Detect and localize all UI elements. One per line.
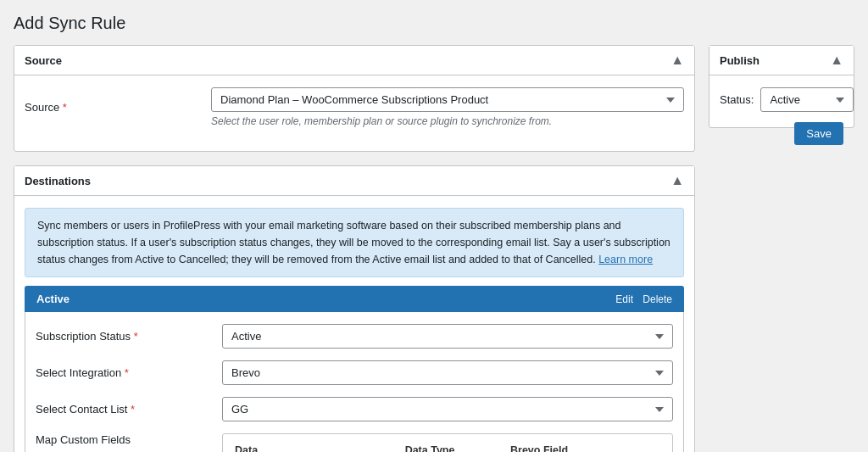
contact-list-select[interactable]: GG xyxy=(222,397,673,421)
custom-fields-container: Data Data Type Brevo Field xyxy=(222,433,673,452)
contact-list-label: Select Contact List * xyxy=(36,403,222,416)
integration-select[interactable]: Brevo xyxy=(222,360,673,385)
publish-toggle-icon[interactable]: ▲ xyxy=(830,53,843,68)
source-select[interactable]: Diamond Plan – WooCommerce Subscriptions… xyxy=(211,87,684,112)
publish-card: Publish ▲ Status: Active Save xyxy=(709,45,854,128)
destination-section: Active Edit Delete Subscription Status * xyxy=(25,286,684,452)
subscription-status-select[interactable]: Active xyxy=(222,324,673,349)
publish-card-title: Publish xyxy=(720,54,760,67)
source-card-header: Source ▲ xyxy=(14,46,694,75)
subscription-status-row: Subscription Status * Active xyxy=(36,324,673,349)
destinations-card-header: Destinations ▲ xyxy=(14,166,694,196)
learn-more-link[interactable]: Learn more xyxy=(598,254,653,265)
integration-label: Select Integration * xyxy=(36,366,222,379)
destinations-card-title: Destinations xyxy=(25,175,91,187)
contact-list-required: * xyxy=(131,403,135,416)
source-help-text: Select the user role, membership plan or… xyxy=(211,115,684,127)
source-field-label: Source * xyxy=(25,101,211,114)
destination-body: Subscription Status * Active xyxy=(25,312,684,452)
destination-header: Active Edit Delete xyxy=(25,286,684,312)
destination-delete-link[interactable]: Delete xyxy=(643,293,672,305)
map-custom-fields-label: Map Custom Fields xyxy=(36,433,222,446)
destinations-card: Destinations ▲ Sync members or users in … xyxy=(14,165,695,452)
source-card-title: Source xyxy=(25,54,62,67)
col-type-header: Data Type xyxy=(405,444,502,452)
source-card-body: Source * Diamond Plan – WooCommerce Subs… xyxy=(14,75,694,151)
col-field-header: Brevo Field xyxy=(510,444,632,452)
destinations-info-box: Sync members or users in ProfilePress wi… xyxy=(25,208,684,277)
save-button[interactable]: Save xyxy=(794,122,843,145)
map-custom-fields-row: Map Custom Fields Data Data Type Brevo F… xyxy=(36,433,673,452)
source-card: Source ▲ Source * Diamond Plan – WooComm… xyxy=(14,45,695,152)
destination-edit-link[interactable]: Edit xyxy=(615,293,633,305)
status-row: Status: Active xyxy=(720,87,843,112)
destinations-card-body: Sync members or users in ProfilePress wi… xyxy=(14,196,694,452)
destinations-toggle-icon[interactable]: ▲ xyxy=(670,173,684,188)
source-required-marker: * xyxy=(63,101,67,114)
col-data-header: Data xyxy=(235,444,397,452)
subscription-status-field: Active xyxy=(222,324,673,349)
contact-list-field: GG xyxy=(222,397,673,421)
publish-card-header: Publish ▲ xyxy=(709,46,854,75)
subscription-required: * xyxy=(134,330,138,343)
publish-sidebar: Publish ▲ Status: Active Save xyxy=(709,45,854,145)
subscription-status-label: Subscription Status * xyxy=(36,330,222,343)
integration-field: Brevo xyxy=(222,360,673,385)
status-label: Status: xyxy=(720,93,754,106)
custom-fields-area: Data Data Type Brevo Field xyxy=(222,433,673,452)
source-field: Diamond Plan – WooCommerce Subscriptions… xyxy=(211,87,684,127)
publish-card-body: Status: Active Save xyxy=(709,75,854,127)
custom-fields-header: Data Data Type Brevo Field xyxy=(233,444,662,452)
status-select[interactable]: Active xyxy=(760,87,854,112)
destination-actions: Edit Delete xyxy=(609,293,672,305)
destination-active-title: Active xyxy=(36,293,70,305)
source-toggle-icon[interactable]: ▲ xyxy=(670,53,684,68)
page-title: Add Sync Rule xyxy=(14,14,854,33)
integration-row: Select Integration * Brevo xyxy=(36,360,673,385)
contact-list-row: Select Contact List * GG xyxy=(36,397,673,421)
integration-required: * xyxy=(125,366,129,379)
source-form-row: Source * Diamond Plan – WooCommerce Subs… xyxy=(25,87,684,127)
